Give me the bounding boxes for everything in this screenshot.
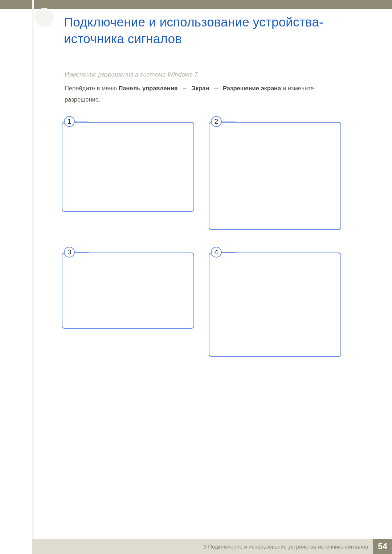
step-3: 3 xyxy=(62,247,194,357)
section-subtitle: Изменение разрешения в системе Windows 7 xyxy=(65,71,198,78)
page-title: Подключение и использование устройства-и… xyxy=(64,14,343,47)
step-number-badge: 4 xyxy=(211,247,222,258)
step-number-badge: 1 xyxy=(64,116,75,127)
left-gutter xyxy=(32,0,34,541)
instruction-suffix-2: разрешение. xyxy=(65,96,101,103)
instruction-text: Перейдите в меню Панель управления → Экр… xyxy=(65,83,344,106)
step-number-connector xyxy=(220,252,236,253)
step-2: 2 xyxy=(209,117,341,230)
step-number-connector xyxy=(220,122,236,123)
step-1: 1 xyxy=(62,117,194,230)
path-control-panel: Панель управления xyxy=(119,85,178,91)
footer-chapter-label: 3 Подключение и использование устройства… xyxy=(204,543,368,550)
instruction-suffix-1: и измените xyxy=(283,85,314,91)
steps-grid: 1 2 3 4 xyxy=(62,117,341,357)
step-number-badge: 3 xyxy=(64,247,75,258)
instruction-prefix: Перейдите в меню xyxy=(65,85,119,91)
step-screenshot-placeholder xyxy=(62,122,194,212)
step-4: 4 xyxy=(209,247,341,357)
chapter-number-circle xyxy=(35,8,54,27)
arrow-icon: → xyxy=(211,83,221,94)
step-number-connector xyxy=(73,252,89,253)
arrow-icon: → xyxy=(179,83,190,94)
path-resolution: Разрешение экрана xyxy=(223,85,281,91)
step-screenshot-placeholder xyxy=(62,253,194,329)
page-number: 54 xyxy=(373,539,392,554)
step-number-connector xyxy=(73,122,89,123)
document-page: Подключение и использование устройства-и… xyxy=(0,0,392,554)
step-number-badge: 2 xyxy=(211,116,222,127)
footer-bar: 3 Подключение и использование устройства… xyxy=(32,539,392,554)
path-display: Экран xyxy=(191,85,209,91)
step-screenshot-placeholder xyxy=(209,253,341,357)
top-accent-bar xyxy=(0,0,392,9)
step-screenshot-placeholder xyxy=(209,122,341,230)
